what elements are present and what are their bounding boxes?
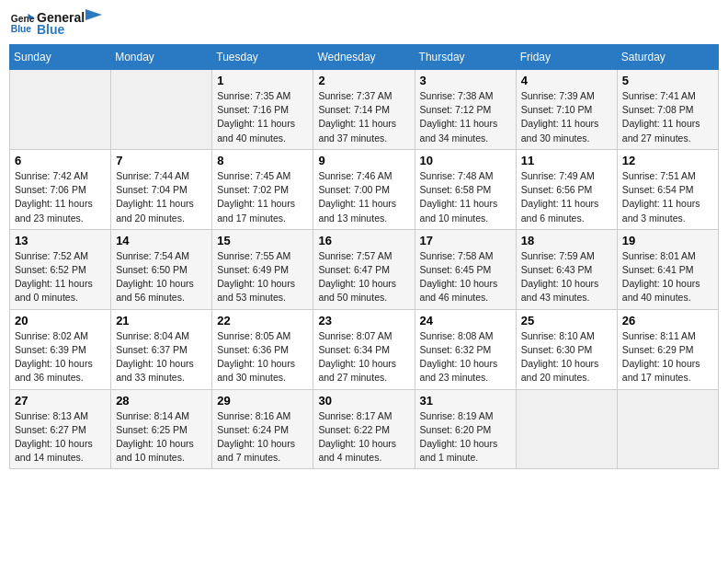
calendar-cell: 18Sunrise: 7:59 AM Sunset: 6:43 PM Dayli… bbox=[516, 229, 617, 309]
day-info: Sunrise: 8:07 AM Sunset: 6:34 PM Dayligh… bbox=[318, 329, 409, 385]
calendar-cell: 4Sunrise: 7:39 AM Sunset: 7:10 PM Daylig… bbox=[516, 70, 617, 150]
day-number: 25 bbox=[521, 314, 612, 327]
day-number: 26 bbox=[622, 314, 713, 327]
calendar-cell: 8Sunrise: 7:45 AM Sunset: 7:02 PM Daylig… bbox=[212, 149, 313, 229]
day-info: Sunrise: 7:42 AM Sunset: 7:06 PM Dayligh… bbox=[15, 169, 106, 225]
calendar-cell: 21Sunrise: 8:04 AM Sunset: 6:37 PM Dayli… bbox=[111, 309, 212, 389]
svg-marker-3 bbox=[85, 9, 102, 20]
calendar-cell: 29Sunrise: 8:16 AM Sunset: 6:24 PM Dayli… bbox=[212, 389, 313, 469]
calendar: SundayMondayTuesdayWednesdayThursdayFrid… bbox=[9, 44, 719, 469]
calendar-cell: 27Sunrise: 8:13 AM Sunset: 6:27 PM Dayli… bbox=[10, 389, 111, 469]
day-number: 28 bbox=[116, 394, 207, 408]
day-number: 20 bbox=[15, 314, 106, 327]
calendar-cell: 23Sunrise: 8:07 AM Sunset: 6:34 PM Dayli… bbox=[313, 309, 415, 389]
day-info: Sunrise: 8:04 AM Sunset: 6:37 PM Dayligh… bbox=[116, 329, 207, 385]
day-number: 29 bbox=[217, 394, 308, 408]
day-info: Sunrise: 7:49 AM Sunset: 6:56 PM Dayligh… bbox=[521, 169, 612, 225]
day-info: Sunrise: 7:44 AM Sunset: 7:04 PM Dayligh… bbox=[116, 169, 207, 225]
weekday-header-friday: Friday bbox=[516, 45, 617, 70]
calendar-cell: 22Sunrise: 8:05 AM Sunset: 6:36 PM Dayli… bbox=[212, 309, 313, 389]
day-info: Sunrise: 7:58 AM Sunset: 6:45 PM Dayligh… bbox=[420, 249, 511, 305]
day-number: 10 bbox=[420, 154, 511, 167]
day-info: Sunrise: 7:52 AM Sunset: 6:52 PM Dayligh… bbox=[15, 249, 106, 305]
day-number: 13 bbox=[15, 234, 106, 247]
calendar-cell: 14Sunrise: 7:54 AM Sunset: 6:50 PM Dayli… bbox=[111, 229, 212, 309]
weekday-header-wednesday: Wednesday bbox=[313, 45, 415, 70]
calendar-cell: 25Sunrise: 8:10 AM Sunset: 6:30 PM Dayli… bbox=[516, 309, 617, 389]
day-number: 24 bbox=[420, 314, 511, 327]
day-info: Sunrise: 8:02 AM Sunset: 6:39 PM Dayligh… bbox=[15, 329, 106, 385]
day-info: Sunrise: 7:48 AM Sunset: 6:58 PM Dayligh… bbox=[420, 169, 511, 225]
day-info: Sunrise: 7:57 AM Sunset: 6:47 PM Dayligh… bbox=[318, 249, 409, 305]
day-info: Sunrise: 7:37 AM Sunset: 7:14 PM Dayligh… bbox=[318, 89, 409, 145]
day-info: Sunrise: 8:14 AM Sunset: 6:25 PM Dayligh… bbox=[116, 409, 207, 465]
logo: General Blue General Blue bbox=[9, 9, 102, 37]
calendar-cell: 30Sunrise: 8:17 AM Sunset: 6:22 PM Dayli… bbox=[313, 389, 415, 469]
day-number: 17 bbox=[420, 234, 511, 247]
weekday-header-saturday: Saturday bbox=[617, 45, 718, 70]
calendar-cell bbox=[516, 389, 617, 469]
day-number: 1 bbox=[217, 74, 308, 87]
day-number: 31 bbox=[420, 394, 511, 408]
day-number: 5 bbox=[622, 74, 713, 87]
calendar-cell: 26Sunrise: 8:11 AM Sunset: 6:29 PM Dayli… bbox=[617, 309, 718, 389]
day-number: 22 bbox=[217, 314, 308, 327]
calendar-cell: 7Sunrise: 7:44 AM Sunset: 7:04 PM Daylig… bbox=[111, 149, 212, 229]
day-number: 2 bbox=[318, 74, 409, 87]
day-info: Sunrise: 7:35 AM Sunset: 7:16 PM Dayligh… bbox=[217, 89, 308, 145]
day-info: Sunrise: 7:46 AM Sunset: 7:00 PM Dayligh… bbox=[318, 169, 409, 225]
calendar-cell bbox=[617, 389, 718, 469]
day-info: Sunrise: 8:13 AM Sunset: 6:27 PM Dayligh… bbox=[15, 409, 106, 465]
calendar-cell: 9Sunrise: 7:46 AM Sunset: 7:00 PM Daylig… bbox=[313, 149, 415, 229]
day-info: Sunrise: 7:45 AM Sunset: 7:02 PM Dayligh… bbox=[217, 169, 308, 225]
day-info: Sunrise: 8:16 AM Sunset: 6:24 PM Dayligh… bbox=[217, 409, 308, 465]
day-info: Sunrise: 7:59 AM Sunset: 6:43 PM Dayligh… bbox=[521, 249, 612, 305]
day-number: 4 bbox=[521, 74, 612, 87]
svg-text:General: General bbox=[11, 14, 35, 24]
calendar-cell bbox=[10, 70, 111, 150]
day-number: 11 bbox=[521, 154, 612, 167]
day-info: Sunrise: 7:38 AM Sunset: 7:12 PM Dayligh… bbox=[420, 89, 511, 145]
calendar-cell: 17Sunrise: 7:58 AM Sunset: 6:45 PM Dayli… bbox=[415, 229, 516, 309]
day-number: 14 bbox=[116, 234, 207, 247]
day-info: Sunrise: 7:41 AM Sunset: 7:08 PM Dayligh… bbox=[622, 89, 713, 145]
day-info: Sunrise: 8:19 AM Sunset: 6:20 PM Dayligh… bbox=[420, 409, 511, 465]
calendar-cell: 28Sunrise: 8:14 AM Sunset: 6:25 PM Dayli… bbox=[111, 389, 212, 469]
day-info: Sunrise: 8:10 AM Sunset: 6:30 PM Dayligh… bbox=[521, 329, 612, 385]
calendar-cell: 12Sunrise: 7:51 AM Sunset: 6:54 PM Dayli… bbox=[617, 149, 718, 229]
calendar-cell: 20Sunrise: 8:02 AM Sunset: 6:39 PM Dayli… bbox=[10, 309, 111, 389]
weekday-header-monday: Monday bbox=[111, 45, 212, 70]
calendar-cell: 1Sunrise: 7:35 AM Sunset: 7:16 PM Daylig… bbox=[212, 70, 313, 150]
day-number: 3 bbox=[420, 74, 511, 87]
weekday-header-sunday: Sunday bbox=[10, 45, 111, 70]
day-number: 18 bbox=[521, 234, 612, 247]
calendar-cell: 13Sunrise: 7:52 AM Sunset: 6:52 PM Dayli… bbox=[10, 229, 111, 309]
calendar-cell: 31Sunrise: 8:19 AM Sunset: 6:20 PM Dayli… bbox=[415, 389, 516, 469]
day-number: 12 bbox=[622, 154, 713, 167]
calendar-cell: 5Sunrise: 7:41 AM Sunset: 7:08 PM Daylig… bbox=[617, 70, 718, 150]
day-info: Sunrise: 8:11 AM Sunset: 6:29 PM Dayligh… bbox=[622, 329, 713, 385]
day-number: 7 bbox=[116, 154, 207, 167]
day-number: 8 bbox=[217, 154, 308, 167]
day-number: 30 bbox=[318, 394, 409, 408]
day-number: 6 bbox=[15, 154, 106, 167]
day-info: Sunrise: 7:55 AM Sunset: 6:49 PM Dayligh… bbox=[217, 249, 308, 305]
weekday-header-tuesday: Tuesday bbox=[212, 45, 313, 70]
calendar-cell: 19Sunrise: 8:01 AM Sunset: 6:41 PM Dayli… bbox=[617, 229, 718, 309]
day-number: 27 bbox=[15, 394, 106, 408]
day-number: 19 bbox=[622, 234, 713, 247]
day-info: Sunrise: 8:08 AM Sunset: 6:32 PM Dayligh… bbox=[420, 329, 511, 385]
day-number: 16 bbox=[318, 234, 409, 247]
calendar-cell: 16Sunrise: 7:57 AM Sunset: 6:47 PM Dayli… bbox=[313, 229, 415, 309]
day-info: Sunrise: 8:01 AM Sunset: 6:41 PM Dayligh… bbox=[622, 249, 713, 305]
day-number: 15 bbox=[217, 234, 308, 247]
calendar-cell: 3Sunrise: 7:38 AM Sunset: 7:12 PM Daylig… bbox=[415, 70, 516, 150]
day-info: Sunrise: 7:51 AM Sunset: 6:54 PM Dayligh… bbox=[622, 169, 713, 225]
calendar-cell: 10Sunrise: 7:48 AM Sunset: 6:58 PM Dayli… bbox=[415, 149, 516, 229]
weekday-header-thursday: Thursday bbox=[415, 45, 516, 70]
calendar-cell bbox=[111, 70, 212, 150]
svg-text:Blue: Blue bbox=[11, 24, 32, 34]
day-number: 21 bbox=[116, 314, 207, 327]
day-number: 9 bbox=[318, 154, 409, 167]
day-info: Sunrise: 8:17 AM Sunset: 6:22 PM Dayligh… bbox=[318, 409, 409, 465]
